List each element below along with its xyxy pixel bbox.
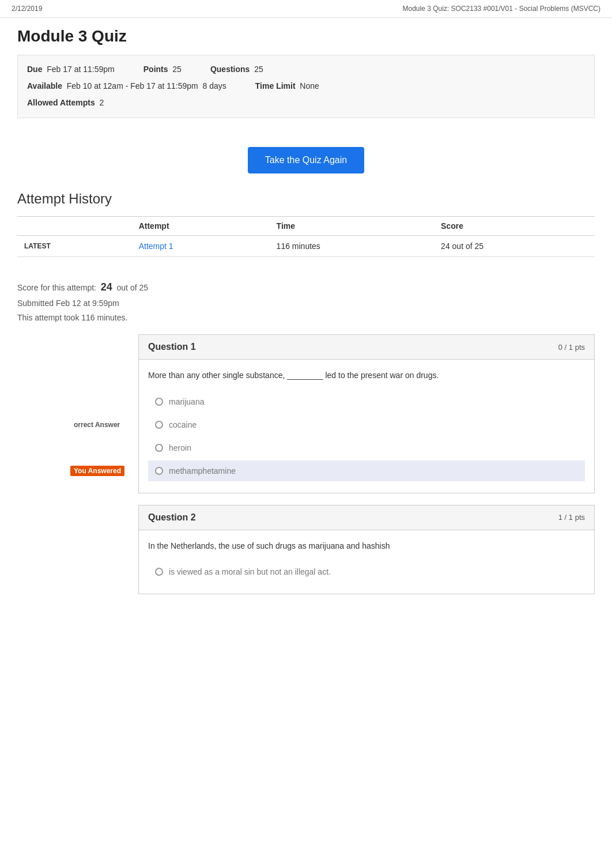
available-label: Available xyxy=(27,81,62,90)
due-value: Feb 17 at 11:59pm xyxy=(47,65,115,74)
question-2-points: 1 / 1 pts xyxy=(558,513,585,522)
take-quiz-button[interactable]: Take the Quiz Again xyxy=(248,147,364,173)
question-2-title: Question 2 xyxy=(148,512,196,523)
questions-value: 25 xyxy=(254,65,263,74)
option-q2-1: is viewed as a moral sin but not an ille… xyxy=(148,561,585,582)
top-bar: 2/12/2019 Module 3 Quiz: SOC2133 #001/V0… xyxy=(0,0,612,18)
col-attempt: Attempt xyxy=(132,216,270,235)
date-label: 2/12/2019 xyxy=(12,5,42,13)
due-label: Due xyxy=(27,65,42,74)
available-value: Feb 10 at 12am - Feb 17 at 11:59pm xyxy=(67,81,198,90)
attempt-link[interactable]: Attempt 1 xyxy=(139,241,173,251)
question-1-header: Question 1 0 / 1 pts xyxy=(139,335,594,360)
option-methamphetamine-text: methamphetamine xyxy=(169,466,236,475)
time-limit-meta: Time Limit None xyxy=(255,79,319,93)
option-cocaine: orrect Answer cocaine xyxy=(148,414,585,435)
score-prefix: Score for this attempt: xyxy=(17,283,96,292)
option-heroin-text: heroin xyxy=(169,443,191,452)
available-days: 8 days xyxy=(203,81,226,90)
latest-label: LATEST xyxy=(17,235,132,256)
option-methamphetamine: You Answered methamphetamine xyxy=(148,461,585,481)
question-1-wrapper: Question 1 0 / 1 pts More than any other… xyxy=(92,334,595,493)
score-summary: Score for this attempt: 24 out of 25 Sub… xyxy=(17,269,595,335)
attempt-history-table: Attempt Time Score LATEST Attempt 1 116 … xyxy=(17,216,595,257)
points-meta: Points 25 xyxy=(143,62,182,77)
option-marijuana-text: marijuana xyxy=(169,397,204,406)
question-2-text: In the Netherlands, the use of such drug… xyxy=(148,539,585,552)
option-cocaine-text: cocaine xyxy=(169,420,197,429)
score-line: Score for this attempt: 24 out of 25 xyxy=(17,278,595,296)
radio-heroin xyxy=(155,444,163,452)
option-q2-1-text: is viewed as a moral sin but not an ille… xyxy=(169,567,331,576)
submitted-line: Submitted Feb 12 at 9:59pm xyxy=(17,296,595,311)
question-1-text: More than any other single substance, __… xyxy=(148,369,585,382)
col-time: Time xyxy=(270,216,435,235)
question-2-wrapper: Question 2 1 / 1 pts In the Netherlands,… xyxy=(92,505,595,594)
radio-cocaine xyxy=(155,421,163,429)
table-row: LATEST Attempt 1 116 minutes 24 out of 2… xyxy=(17,235,595,256)
attempt-history-title: Attempt History xyxy=(17,191,595,207)
quiz-meta: Due Feb 17 at 11:59pm Points 25 Question… xyxy=(17,55,595,118)
attempt-link-cell: Attempt 1 xyxy=(132,235,270,256)
correct-answer-label: orrect Answer xyxy=(70,420,123,430)
duration-line: This attempt took 116 minutes. xyxy=(17,311,595,325)
question-1-body: More than any other single substance, __… xyxy=(139,360,594,492)
attempt-time: 116 minutes xyxy=(270,235,435,256)
radio-methamphetamine xyxy=(155,467,163,475)
question-1-title: Question 1 xyxy=(148,342,196,352)
questions-label: Questions xyxy=(210,65,250,74)
score-suffix: out of 25 xyxy=(117,283,149,292)
breadcrumb: Module 3 Quiz: SOC2133 #001/V01 - Social… xyxy=(403,5,600,13)
option-marijuana: marijuana xyxy=(148,391,585,412)
radio-q2-1 xyxy=(155,568,163,576)
time-limit-value: None xyxy=(300,81,319,90)
score-number: 24 xyxy=(101,281,112,293)
you-answered-label: You Answered xyxy=(70,466,124,476)
radio-marijuana xyxy=(155,398,163,406)
take-quiz-section: Take the Quiz Again xyxy=(17,130,595,191)
col-empty xyxy=(17,216,132,235)
questions-meta: Questions 25 xyxy=(210,62,263,77)
question-1-block: Question 1 0 / 1 pts More than any other… xyxy=(138,334,595,493)
allowed-attempts-meta: Allowed Attempts 2 xyxy=(27,96,104,110)
main-content: Module 3 Quiz Due Feb 17 at 11:59pm Poin… xyxy=(0,18,612,615)
attempt-score: 24 out of 25 xyxy=(434,235,595,256)
question-2-body: In the Netherlands, the use of such drug… xyxy=(139,530,594,594)
question-2-header: Question 2 1 / 1 pts xyxy=(139,505,594,530)
option-heroin: heroin xyxy=(148,437,585,458)
question-1-points: 0 / 1 pts xyxy=(558,343,585,352)
question-2-block: Question 2 1 / 1 pts In the Netherlands,… xyxy=(138,505,595,594)
col-score: Score xyxy=(434,216,595,235)
points-label: Points xyxy=(143,65,168,74)
points-value: 25 xyxy=(172,65,182,74)
page-title: Module 3 Quiz xyxy=(17,27,595,46)
due-meta: Due Feb 17 at 11:59pm xyxy=(27,62,115,77)
allowed-attempts-label: Allowed Attempts xyxy=(27,98,95,107)
allowed-attempts-value: 2 xyxy=(100,98,104,107)
time-limit-label: Time Limit xyxy=(255,81,296,90)
available-meta: Available Feb 10 at 12am - Feb 17 at 11:… xyxy=(27,79,226,93)
